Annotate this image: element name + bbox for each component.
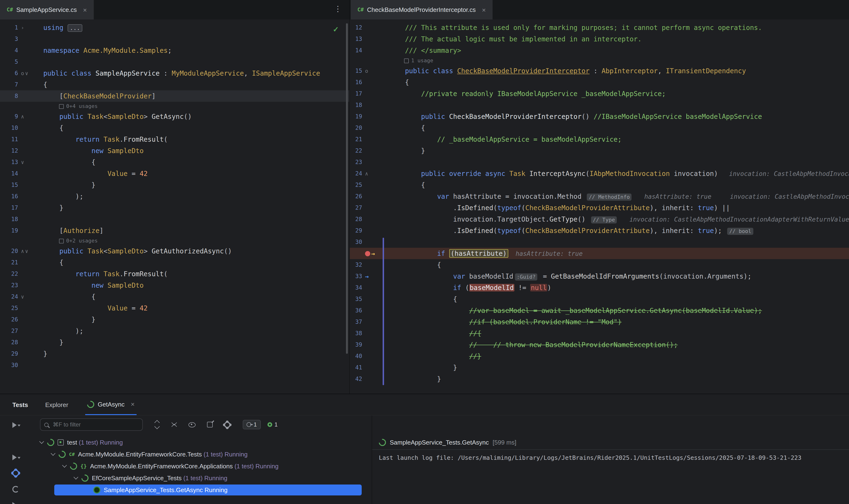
- line-number[interactable]: 4: [0, 45, 20, 56]
- code-line-18[interactable]: 18: [350, 100, 849, 111]
- code-line-27[interactable]: 27 );: [0, 325, 349, 337]
- line-number[interactable]: 21: [350, 133, 364, 145]
- close-icon[interactable]: ×: [131, 400, 135, 408]
- fold-collapsed-icon[interactable]: ›: [21, 25, 24, 30]
- line-number[interactable]: 32: [350, 259, 364, 271]
- fold-open-icon[interactable]: ∨: [25, 249, 28, 254]
- line-number[interactable]: 38: [350, 328, 364, 339]
- usages-inlay[interactable]: 0+4 usages: [0, 102, 349, 111]
- code-line-8[interactable]: 8 [CheckBaseModelProvider]: [0, 90, 349, 102]
- code-line-34[interactable]: 34 if (baseModelId != null): [350, 282, 849, 293]
- line-number[interactable]: 27: [0, 325, 20, 337]
- code-line-30[interactable]: 30: [350, 236, 849, 248]
- line-number[interactable]: 13: [0, 157, 20, 168]
- line-number[interactable]: 13: [350, 33, 364, 45]
- code-line-30[interactable]: 30: [0, 359, 349, 371]
- usages-inlay[interactable]: 0+2 usages: [0, 236, 349, 245]
- code-line-23[interactable]: 23 new SampleDto: [0, 280, 349, 291]
- line-number[interactable]: 20: [350, 122, 364, 133]
- line-number[interactable]: 23: [0, 280, 20, 291]
- line-number[interactable]: 26: [350, 191, 364, 202]
- line-number[interactable]: 24: [350, 168, 364, 179]
- collapse-all-icon[interactable]: [171, 421, 177, 428]
- code-line-16[interactable]: 16 );: [0, 191, 349, 202]
- line-number[interactable]: 26: [0, 314, 20, 325]
- fold-open-icon[interactable]: ∨: [25, 71, 28, 76]
- code-line-14[interactable]: 14/// </summary>: [350, 45, 849, 56]
- preview-eye-icon[interactable]: [188, 422, 195, 427]
- expand-all-icon[interactable]: [154, 421, 160, 428]
- chevron-down-icon[interactable]: [73, 475, 78, 480]
- fold-open-icon[interactable]: ∨: [21, 294, 24, 299]
- code-line-26[interactable]: 26 var hasAttribute = invocation.Method …: [350, 191, 849, 202]
- code-line-41[interactable]: 41 }: [350, 362, 849, 373]
- line-number[interactable]: 29: [0, 348, 20, 359]
- line-number[interactable]: 42: [350, 373, 364, 385]
- chevron-down-icon[interactable]: [62, 463, 67, 468]
- line-number[interactable]: 41: [350, 362, 364, 373]
- line-number[interactable]: 14: [350, 45, 364, 56]
- settings-icon[interactable]: [224, 421, 230, 428]
- line-number[interactable]: 29: [350, 225, 364, 236]
- line-number[interactable]: 12: [350, 22, 364, 33]
- line-number[interactable]: 11: [0, 133, 20, 145]
- code-line-25[interactable]: 25 Value = 42: [0, 302, 349, 314]
- code-line-28[interactable]: 28 }: [0, 337, 349, 348]
- line-number[interactable]: 9: [0, 111, 20, 122]
- close-icon[interactable]: ×: [83, 6, 87, 14]
- code-line-32[interactable]: 32 {: [350, 259, 849, 271]
- code-line-12[interactable]: 12/// This attribute is used only for ma…: [350, 22, 849, 33]
- filter-input[interactable]: [52, 421, 130, 428]
- tree-row[interactable]: {}Acme.MyModule.EntityFrameworkCore.Appl…: [34, 460, 372, 472]
- line-number[interactable]: 15: [350, 65, 364, 76]
- line-number[interactable]: 19: [0, 225, 20, 236]
- line-number[interactable]: 12: [0, 145, 20, 157]
- code-line-24[interactable]: 24∧ public override async Task Intercept…: [350, 168, 849, 179]
- line-number[interactable]: 27: [350, 202, 364, 214]
- line-number[interactable]: 23: [350, 157, 364, 168]
- line-number[interactable]: 22: [0, 268, 20, 280]
- code-line-22[interactable]: 22 return Task.FromResult(: [0, 268, 349, 280]
- close-icon[interactable]: ×: [482, 6, 486, 14]
- fold-open-icon[interactable]: ∨: [21, 160, 24, 165]
- code-line-5[interactable]: 5: [0, 56, 349, 68]
- line-number[interactable]: 24: [0, 291, 20, 302]
- line-number[interactable]: 19: [350, 111, 364, 122]
- code-line-12[interactable]: 12 new SampleDto: [0, 145, 349, 157]
- line-number[interactable]: 30: [350, 236, 364, 248]
- panel-tab-tests[interactable]: Tests: [12, 401, 28, 408]
- code-line-23[interactable]: 23: [350, 157, 849, 168]
- line-number[interactable]: 20: [0, 245, 20, 257]
- output-log[interactable]: Last launch log file: /Users/maliming/Li…: [379, 454, 849, 461]
- editor-tab-right[interactable]: C# CheckBaseModelProviderInterceptor.cs …: [351, 0, 492, 19]
- tree-row[interactable]: C#Acme.MyModule.EntityFrameworkCore.Test…: [34, 448, 372, 460]
- chevron-down-icon[interactable]: [51, 451, 55, 456]
- line-number[interactable]: 25: [350, 179, 364, 191]
- code-line-7[interactable]: 7{: [0, 79, 349, 90]
- line-number[interactable]: 7: [0, 79, 20, 90]
- code-line-6[interactable]: 6o∨public class SampleAppService : MyMod…: [0, 68, 349, 79]
- tree-row[interactable]: SampleAppService_Tests.GetAsync Running: [34, 484, 372, 496]
- result-tab-getasync[interactable]: GetAsync ×: [85, 394, 137, 415]
- line-number[interactable]: 33: [350, 271, 364, 282]
- code-line-28[interactable]: 28 invocation.TargetObject.GetType() // …: [350, 214, 849, 225]
- code-line-4[interactable]: 4namespace Acme.MyModule.Samples;: [0, 45, 349, 56]
- code-line-18[interactable]: 18: [0, 214, 349, 225]
- line-number[interactable]: 35: [350, 293, 364, 305]
- line-number[interactable]: 28: [350, 214, 364, 225]
- profile-run-button[interactable]: [12, 502, 20, 504]
- code-line-24[interactable]: 24∨ {: [0, 291, 349, 302]
- line-number[interactable]: 1: [0, 22, 20, 33]
- line-number[interactable]: 34: [350, 282, 364, 293]
- settings-gear-icon[interactable]: [12, 470, 19, 476]
- line-number[interactable]: 5: [0, 56, 20, 68]
- code-line-37[interactable]: 37 //if (baseModel.ProviderName != "Mod"…: [350, 316, 849, 328]
- code-line-29[interactable]: 29 .IsDefined(typeof(CheckBaseModelProvi…: [350, 225, 849, 236]
- code-line-13[interactable]: 13∨ {: [0, 157, 349, 168]
- rerun-icon[interactable]: [12, 486, 19, 492]
- inspection-check-icon[interactable]: ✓: [333, 25, 339, 34]
- code-line-20[interactable]: 20∧∨ public Task<SampleDto> GetAuthorize…: [0, 245, 349, 257]
- code-line-17[interactable]: 17 }: [0, 202, 349, 214]
- panel-tab-explorer[interactable]: Explorer: [45, 401, 68, 408]
- more-actions-icon[interactable]: ⋮: [334, 4, 342, 13]
